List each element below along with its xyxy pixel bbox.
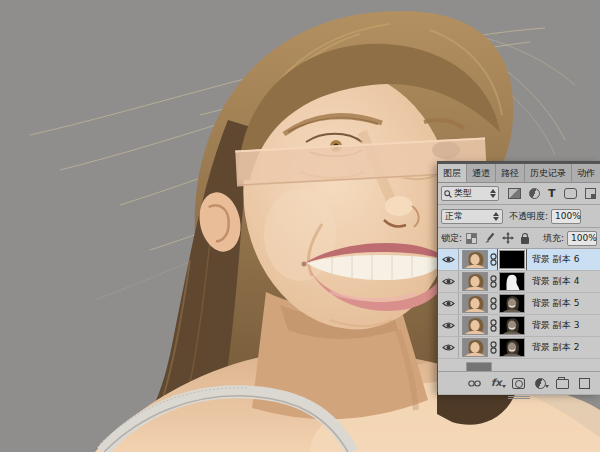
layer-list: 背景 副本 6 背景 副本 4 背景 副本 5 背景 副本 3: [438, 249, 600, 372]
new-group-icon[interactable]: [556, 379, 569, 389]
lock-all-icon[interactable]: [521, 237, 529, 244]
smart-object-filter-icon[interactable]: [585, 188, 596, 199]
layer-name: 背景 副本 2: [532, 341, 579, 354]
visibility-toggle[interactable]: [438, 293, 459, 314]
layer-filter-row: 类型 T: [438, 183, 600, 205]
layer-name: 背景 副本 4: [532, 275, 579, 288]
lock-icon-group: [466, 232, 529, 244]
partial-layer-thumbnail: [466, 362, 492, 372]
layer-mask-thumbnail-face[interactable]: [499, 338, 525, 357]
eye-icon: [442, 255, 455, 264]
layer-mask-thumbnail-face[interactable]: [499, 294, 525, 313]
lock-paint-brush-icon[interactable]: [484, 232, 495, 244]
tab-channels[interactable]: 通道: [467, 164, 496, 182]
tab-history[interactable]: 历史记录: [525, 164, 572, 182]
opacity-value: 100%: [555, 211, 581, 221]
layer-row-bg-copy-4[interactable]: 背景 副本 4: [438, 271, 600, 293]
blend-mode-select[interactable]: 正常: [441, 209, 503, 224]
link-mask-icon: [488, 341, 499, 354]
lock-position-move-icon[interactable]: [502, 232, 514, 244]
layer-row-bg-copy-2[interactable]: 背景 副本 2: [438, 337, 600, 359]
new-layer-icon[interactable]: [579, 378, 590, 389]
link-mask-icon: [488, 275, 499, 288]
eye-icon: [442, 277, 455, 286]
lock-row: 锁定: 填充: 100%: [438, 228, 600, 249]
fill-label: 填充:: [543, 232, 564, 245]
tab-layers[interactable]: 图层: [438, 164, 467, 182]
eye-icon: [442, 321, 455, 330]
layer-name: 背景 副本 5: [532, 297, 579, 310]
link-mask-icon: [488, 297, 499, 310]
link-layers-icon[interactable]: [468, 379, 481, 388]
fill-value-field[interactable]: 100%: [567, 231, 597, 246]
visibility-toggle[interactable]: [438, 337, 459, 358]
opacity-label: 不透明度:: [509, 210, 548, 223]
chevron-updown-icon: [493, 212, 499, 221]
panel-tab-bar: 图层 通道 路径 历史记录 动作: [438, 164, 600, 183]
blend-mode-value: 正常: [445, 210, 463, 223]
eye-icon: [442, 343, 455, 352]
visibility-toggle[interactable]: [438, 315, 459, 336]
blend-mode-row: 正常 不透明度: 100%: [438, 205, 600, 228]
adjustment-layer-icon[interactable]: [535, 378, 546, 389]
add-layer-mask-icon[interactable]: [512, 378, 525, 389]
layer-name: 背景 副本 3: [532, 319, 579, 332]
layer-filter-kind-select[interactable]: 类型: [441, 186, 499, 201]
lock-transparency-icon[interactable]: [466, 233, 477, 244]
layer-row-bg-copy-5[interactable]: 背景 副本 5: [438, 293, 600, 315]
layer-row-bg-copy-6[interactable]: 背景 副本 6: [438, 249, 600, 271]
layer-thumbnail[interactable]: [462, 338, 488, 357]
layer-thumbnail[interactable]: [462, 272, 488, 291]
link-mask-icon: [488, 253, 499, 266]
tab-paths[interactable]: 路径: [496, 164, 525, 182]
layer-mask-thumbnail-black[interactable]: [499, 250, 525, 269]
layer-thumbnail[interactable]: [462, 294, 488, 313]
type-layer-filter-icon[interactable]: T: [548, 188, 556, 199]
layer-thumbnail[interactable]: [462, 316, 488, 335]
layer-row-partial[interactable]: [438, 359, 600, 372]
layer-mask-thumbnail-face[interactable]: [499, 316, 525, 335]
search-icon: [444, 190, 452, 198]
lock-label: 锁定:: [441, 232, 462, 245]
tab-actions[interactable]: 动作: [572, 164, 600, 182]
layer-mask-thumbnail-silhouette[interactable]: [499, 272, 525, 291]
opacity-value-field[interactable]: 100%: [551, 209, 581, 224]
adjustment-layer-filter-icon[interactable]: [529, 188, 540, 199]
panel-bottom-bar: fx: [438, 372, 600, 394]
layer-row-bg-copy-3[interactable]: 背景 副本 3: [438, 315, 600, 337]
layers-panel: 图层 通道 路径 历史记录 动作 类型 T 正常 不透明度:: [437, 161, 600, 392]
pixel-layer-filter-icon[interactable]: [508, 188, 521, 199]
shape-layer-filter-icon[interactable]: [564, 188, 577, 199]
layer-style-fx-icon[interactable]: fx: [491, 378, 502, 388]
layer-thumbnail[interactable]: [462, 250, 488, 269]
visibility-toggle[interactable]: [438, 249, 459, 270]
panel-resize-grip[interactable]: [438, 394, 600, 400]
link-mask-icon: [488, 319, 499, 332]
visibility-toggle[interactable]: [438, 271, 459, 292]
chevron-updown-icon: [490, 189, 496, 198]
filter-kind-label: 类型: [454, 187, 472, 200]
layer-name: 背景 副本 6: [532, 253, 579, 266]
fill-value: 100%: [571, 233, 597, 243]
filter-icon-group: T: [508, 188, 596, 199]
eye-icon: [442, 299, 455, 308]
